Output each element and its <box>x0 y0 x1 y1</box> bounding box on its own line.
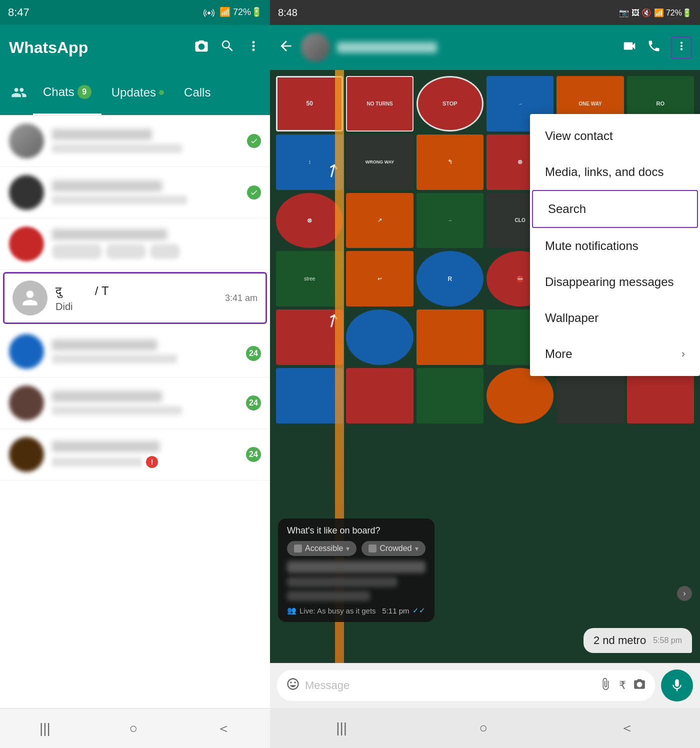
chat-name <box>52 180 162 192</box>
contact-name <box>337 42 437 53</box>
avatar <box>9 437 44 472</box>
menu-search[interactable]: Search <box>532 190 698 228</box>
chat-content <box>52 129 243 153</box>
chat-item[interactable] <box>0 167 270 218</box>
message-input-container[interactable]: Message ₹ <box>277 670 655 701</box>
rupee-icon[interactable]: ₹ <box>619 679 626 692</box>
nav-home-right[interactable]: ○ <box>479 720 488 736</box>
tabs-bar: Chats 9 Updates Calls <box>0 70 270 115</box>
embed-title: What's it like on board? <box>287 526 426 536</box>
avatar <box>9 175 44 210</box>
time-left: 8:47 <box>8 6 30 19</box>
menu-wallpaper[interactable]: Wallpaper <box>530 300 700 336</box>
message-placeholder[interactable]: Message <box>305 679 594 692</box>
menu-media-links[interactable]: Media, links, and docs <box>530 154 700 190</box>
status-bar-right: 8:48 📷 🖼 🔇 📶 72%🔋 <box>270 0 700 25</box>
chat-meta-didi: 3:41 am <box>225 293 258 304</box>
context-menu: View contact Media, links, and docs Sear… <box>530 114 700 376</box>
chat-content <box>52 180 243 204</box>
chat-meta: 24 <box>246 342 261 361</box>
tab-community[interactable] <box>5 70 33 115</box>
phone-call-icon[interactable] <box>647 39 661 56</box>
message-time: 5:58 pm <box>653 636 682 645</box>
chat-meta <box>247 186 261 200</box>
unread-badge: 24 <box>246 447 261 462</box>
message-text: 2 nd metro <box>594 634 646 647</box>
chat-item[interactable]: ! 24 <box>0 429 270 480</box>
camera-icon[interactable] <box>194 38 209 57</box>
chat-name <box>52 340 157 350</box>
chat-name <box>52 129 152 140</box>
input-bar: Message ₹ <box>270 663 700 708</box>
menu-view-contact[interactable]: View contact <box>530 118 700 154</box>
chat-preview <box>52 406 182 415</box>
chat-content <box>52 229 257 259</box>
right-header-icons <box>622 36 692 59</box>
chat-content-didi: दु / T Didi <box>56 284 221 312</box>
updates-dot <box>159 90 164 95</box>
chat-meta <box>247 134 261 148</box>
chat-meta: 24 <box>246 447 261 462</box>
chat-item[interactable] <box>0 218 270 270</box>
chat-body: 50 NO TURNS STOP → ONE WAY RO ↕ WRONG WA… <box>270 70 700 663</box>
chat-name <box>52 229 167 240</box>
tab-chats[interactable]: Chats 9 <box>33 70 102 115</box>
menu-mute[interactable]: Mute notifications <box>530 228 700 264</box>
unread-badge: 24 <box>246 396 261 410</box>
menu-disappearing[interactable]: Disappearing messages <box>530 264 700 300</box>
chat-preview <box>52 354 177 364</box>
avatar <box>9 226 44 262</box>
chat-content <box>52 340 242 364</box>
search-icon[interactable] <box>220 38 235 57</box>
tab-calls[interactable]: Calls <box>174 70 220 115</box>
chat-content <box>52 391 242 415</box>
tab-updates-label: Updates <box>112 86 156 100</box>
nav-home[interactable]: ○ <box>129 720 138 736</box>
nav-back-right[interactable]: ＜ <box>620 718 634 738</box>
status-bar-left: 8:47 📶 72%🔋 <box>0 0 270 25</box>
status-icons-left: 📶 72%🔋 <box>204 6 262 18</box>
tab-calls-label: Calls <box>184 86 210 100</box>
nav-back[interactable]: ＜ <box>216 719 230 738</box>
unread-badge: 24 <box>246 346 261 361</box>
nav-recent-apps[interactable]: ||| <box>40 720 50 736</box>
chat-item-didi[interactable]: दु / T Didi 3:41 am <box>3 272 267 324</box>
chat-preview <box>52 144 182 153</box>
chat-item[interactable]: 24 <box>0 326 270 378</box>
chat-name <box>52 391 162 402</box>
chat-meta: 24 <box>246 396 261 410</box>
status-icons-right: 📷 🖼 🔇 📶 72%🔋 <box>619 8 692 18</box>
contact-avatar <box>301 33 330 62</box>
svg-point-0 <box>208 12 210 14</box>
back-button[interactable] <box>278 38 294 58</box>
chat-item[interactable]: 24 <box>0 378 270 429</box>
app-title: WhatsApp <box>9 38 88 57</box>
chat-time-didi: 3:41 am <box>225 293 258 304</box>
more-options-button[interactable] <box>671 36 692 59</box>
video-call-icon[interactable] <box>622 38 637 57</box>
mic-button[interactable] <box>661 670 693 702</box>
avatar <box>9 386 44 420</box>
more-options-icon[interactable] <box>246 38 261 57</box>
chat-name-didi: दु / T <box>56 284 221 298</box>
attach-icon[interactable] <box>599 678 612 694</box>
chat-preview-didi: Didi <box>56 301 221 312</box>
menu-more[interactable]: More › <box>530 336 700 372</box>
chat-list: दु / T Didi 3:41 am 24 <box>0 116 270 708</box>
option-accessible: Accessible <box>305 544 343 553</box>
camera-input-icon[interactable] <box>633 678 646 694</box>
input-icons: ₹ <box>599 678 646 694</box>
avatar <box>9 124 44 158</box>
time-right: 8:48 <box>278 7 298 18</box>
avatar <box>9 334 44 369</box>
left-panel: 8:47 📶 72%🔋 WhatsApp <box>0 0 270 748</box>
nav-recent-apps-right[interactable]: ||| <box>336 720 347 736</box>
option-crowded: Crowded <box>380 544 412 553</box>
chat-header-right <box>270 25 700 70</box>
tab-updates[interactable]: Updates <box>102 70 174 115</box>
bottom-nav-right: ||| ○ ＜ <box>270 708 700 748</box>
bottom-nav-left: ||| ○ ＜ <box>0 708 270 748</box>
chat-item[interactable] <box>0 116 270 167</box>
chats-badge: 9 <box>78 85 92 99</box>
emoji-icon[interactable] <box>286 677 300 694</box>
